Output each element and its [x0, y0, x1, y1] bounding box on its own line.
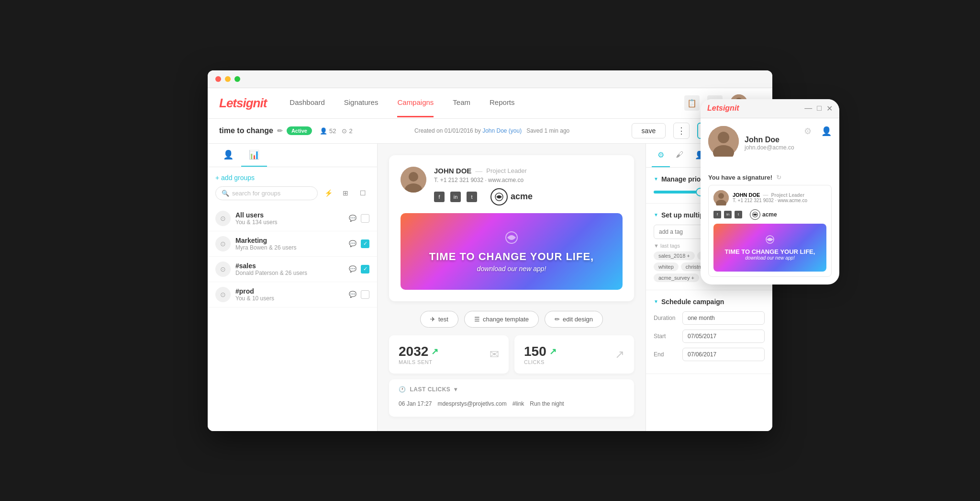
linkedin-icon[interactable]: in: [450, 192, 461, 202]
group-sub-sales: Donald Paterson & 26 users: [235, 270, 343, 276]
message-icon-sales[interactable]: 💬: [347, 264, 358, 274]
dropdown-icon[interactable]: ▾: [454, 386, 457, 393]
message-icon-prod[interactable]: 💬: [347, 289, 358, 300]
mobile-sig-role: Project Leader: [771, 193, 804, 198]
tag-whitep[interactable]: whitep: [654, 262, 679, 271]
schedule-end-row: End 07/06/2017: [654, 348, 765, 361]
group-info-sales: #sales Donald Paterson & 26 users: [235, 262, 343, 276]
cursor-icon: ↗: [615, 348, 624, 361]
close-button[interactable]: [215, 76, 221, 82]
tag-sales-2018[interactable]: sales_2018 +: [654, 251, 695, 260]
group-actions-all-users: 💬: [347, 213, 369, 224]
mobile-titlebar-actions: — □ ✕: [804, 104, 833, 113]
schedule-duration-row: Duration one month: [654, 311, 765, 325]
start-label: Start: [654, 333, 678, 340]
email-sig-collapse-icon[interactable]: ▼: [654, 212, 658, 217]
click-desc: Run the night: [530, 400, 564, 407]
mobile-facebook-icon[interactable]: f: [713, 211, 721, 218]
sidebar-tab-users[interactable]: 👤: [215, 144, 241, 167]
mails-trend-icon: ↗: [431, 346, 438, 357]
start-value[interactable]: 07/05/2017: [682, 330, 765, 343]
priority-collapse-icon[interactable]: ▼: [654, 176, 658, 182]
save-button[interactable]: save: [632, 123, 666, 138]
edit-design-button[interactable]: ✏ edit design: [545, 311, 603, 328]
campaign-status-badge: Active: [287, 126, 312, 135]
right-tab-brush[interactable]: 🖌: [670, 144, 689, 167]
mobile-company-icon: [750, 209, 760, 220]
more-menu-button[interactable]: ⋮: [673, 123, 690, 139]
maximize-button[interactable]: [234, 76, 240, 82]
group-name-sales: #sales: [235, 262, 343, 270]
search-groups-input[interactable]: 🔍 search for groups: [215, 186, 318, 200]
message-icon-all-users[interactable]: 💬: [347, 213, 358, 224]
mobile-close-icon[interactable]: ✕: [826, 104, 833, 113]
nav-reports[interactable]: Reports: [490, 89, 515, 117]
message-icon-marketing[interactable]: 💬: [347, 239, 358, 249]
mobile-sig-info: JOHN DOE — Project Leader T. +1 212 321 …: [733, 192, 807, 203]
svg-point-12: [718, 193, 724, 199]
group-actions-sales: 💬 ✓: [347, 264, 369, 274]
mail-icon: ✉: [490, 348, 499, 361]
mobile-person-icon[interactable]: 👤: [821, 126, 832, 137]
mobile-settings-icon[interactable]: ⚙: [804, 126, 812, 137]
stats-row: 2032 ↗ MAILS SENT ✉ 150 ↗: [389, 335, 634, 374]
end-value[interactable]: 07/06/2017: [682, 348, 765, 361]
test-button[interactable]: ✈ test: [420, 311, 458, 328]
author-link[interactable]: John Doe (you): [482, 127, 522, 134]
tag-acme-survey[interactable]: acme_survey +: [654, 273, 699, 282]
mails-sent-label: MAILS SENT: [399, 359, 438, 365]
clicks-info: 150 ↗ CLICKS: [524, 344, 557, 365]
mobile-sig-avatar: [713, 190, 729, 205]
nav-campaigns[interactable]: Campaigns: [397, 89, 434, 117]
mobile-sig-name: JOHN DOE — Project Leader: [733, 192, 807, 198]
checkbox-prod[interactable]: [361, 290, 369, 299]
checkbox-all-users[interactable]: [361, 214, 369, 223]
logo: Letsignit: [219, 96, 267, 111]
checkbox-marketing[interactable]: ✓: [361, 239, 369, 248]
mobile-user-avatar: [708, 126, 739, 157]
group-sub-marketing: Myra Bowen & 26 users: [235, 244, 343, 251]
grid-icon[interactable]: ⊞: [339, 186, 352, 200]
group-icon-sales: ⊙: [215, 262, 231, 277]
group-info-prod: #prod You & 10 users: [235, 287, 343, 302]
refresh-icon[interactable]: ↻: [776, 174, 781, 181]
mobile-twitter-icon[interactable]: t: [735, 211, 742, 218]
filter-icon[interactable]: ⚡: [322, 186, 335, 200]
nav-links: Dashboard Signatures Campaigns Team Repo…: [290, 89, 684, 117]
group-info-all-users: All users You & 134 users: [235, 211, 343, 226]
subheader: time to change ✏ Active 👤 52 ⊙ 2 Created…: [208, 119, 772, 144]
mobile-user-name: John Doe: [745, 136, 794, 144]
change-template-button[interactable]: ☰ change template: [464, 311, 539, 328]
sidebar-tabs: 👤 📊: [208, 144, 377, 167]
notebook-icon[interactable]: 📋: [684, 95, 700, 111]
group-marketing: ⊙ Marketing Myra Bowen & 26 users 💬 ✓: [208, 231, 377, 257]
sig-header: JOHN DOE — Project Leader T. +1 212 321 …: [401, 167, 623, 205]
schedule-section: ▼ Schedule campaign Duration one month S…: [646, 290, 772, 374]
campaign-title-group: time to change ✏ Active: [219, 126, 312, 135]
right-tab-settings[interactable]: ⚙: [652, 144, 670, 167]
mobile-minimize-icon[interactable]: —: [804, 104, 812, 113]
mobile-sig-contact: T. +1 212 321 9032 · www.acme.co: [733, 198, 807, 203]
schedule-collapse-icon[interactable]: ▼: [654, 299, 658, 304]
minimize-button[interactable]: [225, 76, 231, 82]
mobile-linkedin-icon[interactable]: in: [724, 211, 732, 218]
add-groups-button[interactable]: + add groups: [208, 167, 377, 186]
mobile-maximize-icon[interactable]: □: [817, 104, 822, 113]
group-actions-marketing: 💬 ✓: [347, 239, 369, 249]
nav-team[interactable]: Team: [453, 89, 470, 117]
mails-sent-info: 2032 ↗ MAILS SENT: [399, 344, 438, 365]
checkbox-sales[interactable]: ✓: [361, 265, 369, 273]
facebook-icon[interactable]: f: [434, 192, 445, 202]
clicks-value: 150 ↗: [524, 344, 557, 359]
duration-value[interactable]: one month: [682, 311, 765, 325]
sidebar: 👤 📊 + add groups 🔍 search for groups ⚡ ⊞…: [208, 144, 378, 431]
check-all-icon[interactable]: ☐: [356, 186, 369, 200]
nav-signatures[interactable]: Signatures: [344, 89, 379, 117]
twitter-icon[interactable]: t: [467, 192, 477, 202]
campaign-edit-icon[interactable]: ✏: [277, 127, 283, 135]
mobile-banner: TIME TO CHANGE YOUR LIFE, download our n…: [713, 224, 826, 272]
nav-dashboard[interactable]: Dashboard: [290, 89, 324, 117]
sidebar-tab-chart[interactable]: 📊: [241, 144, 267, 167]
sig-details: JOHN DOE — Project Leader T. +1 212 321 …: [434, 167, 623, 205]
mobile-company-badge: acme: [750, 209, 777, 220]
